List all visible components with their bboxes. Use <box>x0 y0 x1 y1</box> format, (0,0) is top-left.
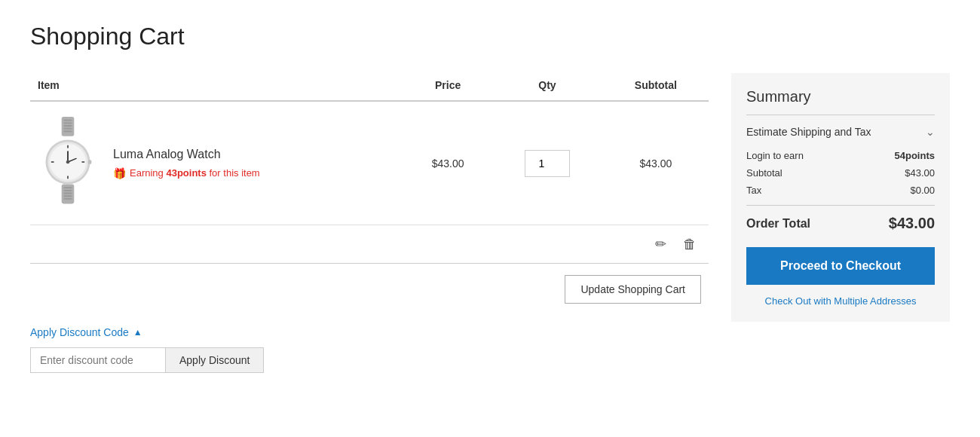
tax-label: Tax <box>746 185 761 196</box>
watch-image <box>41 117 94 207</box>
col-header-item: Item <box>30 73 404 101</box>
product-price: $43.00 <box>404 101 492 225</box>
edit-button[interactable]: ✏ <box>651 233 671 255</box>
product-image-cell <box>30 101 106 225</box>
shipping-estimate-row[interactable]: Estimate Shipping and Tax ⌄ <box>746 126 935 138</box>
tax-row: Tax $0.00 <box>746 185 935 196</box>
svg-rect-16 <box>88 160 92 164</box>
subtotal-value: $43.00 <box>905 167 935 179</box>
summary-panel: Summary Estimate Shipping and Tax ⌄ Logi… <box>731 73 950 322</box>
earning-badge: 🎁 Earning 43points for this item <box>113 167 397 179</box>
earning-text: Earning 43points for this item <box>130 167 260 179</box>
product-info-cell: Luma Analog Watch 🎁 Earning 43points for… <box>106 101 404 225</box>
product-qty-cell: 1 <box>492 101 603 225</box>
cart-table: Item Price Qty Subtotal <box>30 73 709 225</box>
trash-icon: 🗑 <box>683 237 697 252</box>
svg-rect-20 <box>63 193 72 194</box>
discount-toggle-label: Apply Discount Code <box>30 326 129 338</box>
multi-address-link[interactable]: Check Out with Multiple Addresses <box>746 295 935 307</box>
order-total-value: $43.00 <box>889 215 935 232</box>
edit-icon: ✏ <box>655 237 666 252</box>
shipping-estimate-label: Estimate Shipping and Tax <box>746 126 871 138</box>
gift-icon: 🎁 <box>113 167 126 179</box>
discount-toggle[interactable]: Apply Discount Code ▲ <box>30 326 709 338</box>
apply-discount-button[interactable]: Apply Discount <box>166 347 264 373</box>
qty-input[interactable]: 1 <box>525 150 570 177</box>
svg-rect-4 <box>63 128 72 130</box>
order-total-row: Order Total $43.00 <box>746 215 935 232</box>
col-header-price: Price <box>404 73 492 101</box>
order-total-label: Order Total <box>746 217 810 231</box>
svg-rect-3 <box>63 125 72 127</box>
summary-divider <box>746 115 935 115</box>
svg-rect-1 <box>63 120 72 121</box>
subtotal-label: Subtotal <box>746 167 782 179</box>
summary-divider2 <box>746 205 935 206</box>
col-header-subtotal: Subtotal <box>603 73 709 101</box>
discount-input[interactable] <box>30 347 166 373</box>
chevron-up-icon: ▲ <box>133 327 142 338</box>
summary-title: Summary <box>746 88 935 105</box>
update-cart-row: Update Shopping Cart <box>30 264 709 311</box>
delete-button[interactable]: 🗑 <box>678 233 701 255</box>
update-cart-button[interactable]: Update Shopping Cart <box>565 275 701 304</box>
svg-point-15 <box>66 160 70 164</box>
subtotal-row: Subtotal $43.00 <box>746 167 935 179</box>
col-header-qty: Qty <box>492 73 603 101</box>
svg-rect-2 <box>63 122 72 124</box>
page-title: Shopping Cart <box>30 23 950 50</box>
svg-rect-5 <box>63 130 72 132</box>
proceed-checkout-button[interactable]: Proceed to Checkout <box>746 247 935 285</box>
login-earn-label: Login to earn <box>746 150 804 161</box>
login-earn-value: 54points <box>895 150 935 161</box>
discount-section: Apply Discount Code ▲ Apply Discount <box>30 326 709 373</box>
discount-form: Apply Discount <box>30 347 709 373</box>
chevron-down-icon: ⌄ <box>926 126 935 138</box>
svg-rect-19 <box>63 190 72 191</box>
row-actions: ✏ 🗑 <box>30 225 709 264</box>
tax-value: $0.00 <box>910 185 935 196</box>
table-row: Luma Analog Watch 🎁 Earning 43points for… <box>30 101 709 225</box>
login-earn-row: Login to earn 54points <box>746 150 935 161</box>
svg-rect-22 <box>63 198 72 200</box>
svg-rect-21 <box>63 195 72 197</box>
cart-section: Item Price Qty Subtotal <box>30 73 709 373</box>
product-subtotal: $43.00 <box>603 101 709 225</box>
svg-rect-18 <box>63 187 72 188</box>
product-name: Luma Analog Watch <box>113 148 397 161</box>
